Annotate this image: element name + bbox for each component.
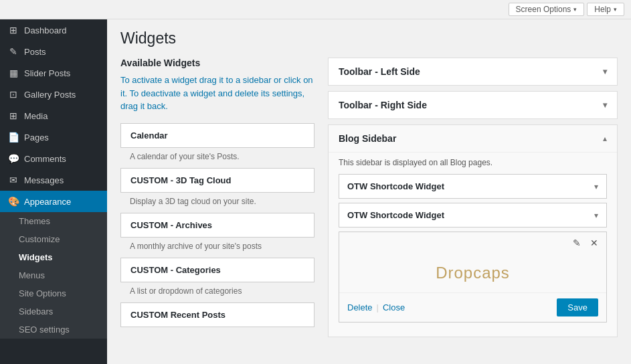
- otw-widget-1-chevron-icon: ▾: [594, 182, 598, 191]
- appearance-icon: 🎨: [8, 196, 19, 207]
- posts-icon: ✎: [8, 46, 19, 57]
- content-area: Available Widgets To activate a widget d…: [120, 58, 618, 343]
- widget-calendar-desc: A calendar of your site's Posts.: [120, 148, 314, 168]
- sidebar-item-label: Appearance: [24, 197, 71, 207]
- dropcaps-links: Delete | Close: [347, 302, 405, 312]
- instruction-text: To activate a widget drag it to a sideba…: [120, 74, 314, 113]
- right-panel: Toolbar - Left Side ▾ Toolbar - Right Si…: [314, 58, 618, 343]
- widget-item-categories[interactable]: CUSTOM - Categories A list or dropdown o…: [120, 258, 314, 302]
- dropcaps-delete-button[interactable]: Delete: [347, 302, 373, 312]
- sidebar-item-media[interactable]: ⊞ Media: [0, 105, 107, 126]
- page-title: Widgets: [120, 29, 618, 48]
- toolbar-left-chevron-icon: ▾: [603, 67, 607, 76]
- widget-calendar-title: Calendar: [130, 130, 168, 141]
- blog-sidebar-content: This sidebar is displayed on all Blog pa…: [329, 153, 617, 337]
- sidebar-item-messages[interactable]: ✉ Messages: [0, 169, 107, 191]
- sidebar-item-label: Comments: [24, 154, 66, 164]
- submenu-item-menus[interactable]: Menus: [0, 266, 107, 284]
- widget-item-calendar[interactable]: Calendar A calendar of your site's Posts…: [120, 123, 314, 168]
- dropcaps-actions: Delete | Close Save: [339, 292, 606, 322]
- dashboard-icon: ⊞: [8, 25, 19, 35]
- submenu-item-themes[interactable]: Themes: [0, 212, 107, 230]
- widget-3d-tag-desc: Display a 3D tag cloud on your site.: [120, 193, 314, 213]
- slider-posts-icon: ▦: [8, 68, 19, 78]
- widget-3d-tag-title: CUSTOM - 3D Tag Cloud: [130, 175, 231, 185]
- comments-icon: 💬: [8, 153, 19, 164]
- toolbar-left-title: Toolbar - Left Side: [339, 66, 420, 77]
- widget-recent-posts-title: CUSTOM Recent Posts: [130, 310, 226, 320]
- dropcaps-separator: |: [377, 302, 379, 312]
- toolbar-right-chevron-icon: ▾: [603, 100, 607, 110]
- pages-icon: 📄: [8, 132, 19, 143]
- sidebar-item-label: Gallery Posts: [24, 90, 76, 100]
- sidebar-item-label: Pages: [24, 132, 49, 143]
- widget-categories-title: CUSTOM - Categories: [130, 265, 221, 275]
- screen-options-button[interactable]: Screen Options ▾: [509, 3, 585, 16]
- blog-sidebar-title: Blog Sidebar: [339, 133, 396, 144]
- toolbar-right-title: Toolbar - Right Side: [339, 100, 427, 110]
- dropcaps-text: Dropcaps: [436, 264, 510, 282]
- main-content: Widgets Available Widgets To activate a …: [107, 19, 631, 364]
- dropcaps-widget: ✎ ✕ Dropcaps Delete | Close: [339, 232, 607, 323]
- dropcaps-edit-button[interactable]: ✎: [570, 236, 583, 250]
- toolbar-right-section: Toolbar - Right Side ▾: [328, 91, 618, 119]
- submenu-item-sidebars[interactable]: Sidebars: [0, 302, 107, 321]
- dropcaps-preview: Dropcaps: [339, 254, 606, 292]
- otw-widget-2-title: OTW Shortcode Widget: [347, 210, 444, 220]
- dropcaps-save-button[interactable]: Save: [557, 298, 598, 316]
- sidebar-item-comments[interactable]: 💬 Comments: [0, 148, 107, 169]
- sidebar-item-label: Posts: [24, 47, 46, 57]
- sidebar-item-label: Slider Posts: [24, 68, 70, 78]
- submenu-item-seo-settings[interactable]: SEO settings: [0, 321, 107, 339]
- available-widgets-heading: Available Widgets: [120, 58, 314, 68]
- widget-categories-desc: A list or dropdown of categories: [120, 282, 314, 302]
- blog-sidebar-desc: This sidebar is displayed on all Blog pa…: [339, 158, 607, 167]
- otw-widget-1[interactable]: OTW Shortcode Widget ▾: [339, 174, 607, 199]
- dropcaps-toolbar: ✎ ✕: [339, 232, 606, 254]
- submenu-item-site-options[interactable]: Site Options: [0, 284, 107, 302]
- sidebar-item-pages[interactable]: 📄 Pages: [0, 126, 107, 148]
- submenu-item-widgets[interactable]: Widgets: [0, 248, 107, 266]
- media-icon: ⊞: [8, 110, 19, 121]
- otw-widget-2[interactable]: OTW Shortcode Widget ▾: [339, 203, 607, 227]
- dropcaps-close-link-button[interactable]: Close: [383, 302, 405, 312]
- sidebar-item-slider-posts[interactable]: ▦ Slider Posts: [0, 62, 107, 84]
- toolbar-left-section: Toolbar - Left Side ▾: [328, 58, 618, 86]
- messages-icon: ✉: [8, 175, 19, 185]
- toolbar-left-header[interactable]: Toolbar - Left Side ▾: [329, 58, 617, 85]
- otw-widget-1-title: OTW Shortcode Widget: [347, 181, 444, 191]
- blog-sidebar-chevron-icon: ▴: [603, 134, 607, 143]
- widget-archives-title: CUSTOM - Archives: [130, 220, 212, 230]
- help-label: Help: [594, 5, 611, 14]
- widget-archives-desc: A monthly archive of your site's posts: [120, 238, 314, 258]
- sidebar-item-dashboard[interactable]: ⊞ Dashboard: [0, 19, 107, 41]
- sidebar-item-label: Dashboard: [24, 25, 67, 35]
- sidebar-item-posts[interactable]: ✎ Posts: [0, 41, 107, 62]
- screen-options-chevron-icon: ▾: [573, 6, 577, 13]
- widget-item-recent-posts[interactable]: CUSTOM Recent Posts: [120, 302, 314, 327]
- help-chevron-icon: ▾: [614, 6, 617, 13]
- submenu-item-customize[interactable]: Customize: [0, 230, 107, 248]
- blog-sidebar-header[interactable]: Blog Sidebar ▴: [329, 125, 617, 153]
- appearance-submenu: Themes Customize Widgets Menus Site Opti…: [0, 212, 107, 339]
- screen-options-label: Screen Options: [516, 5, 571, 14]
- sidebar-item-appearance[interactable]: 🎨 Appearance: [0, 191, 107, 212]
- help-button[interactable]: Help ▾: [587, 3, 624, 16]
- toolbar-right-header[interactable]: Toolbar - Right Side ▾: [329, 92, 617, 118]
- sidebar-item-label: Media: [24, 111, 48, 121]
- otw-widget-2-chevron-icon: ▾: [594, 211, 598, 220]
- sidebar-item-label: Messages: [24, 175, 64, 185]
- widget-list: Available Widgets To activate a widget d…: [120, 58, 314, 343]
- widget-item-archives[interactable]: CUSTOM - Archives A monthly archive of y…: [120, 213, 314, 258]
- sidebar: ⊞ Dashboard ✎ Posts ▦ Slider Posts ⊡ Gal…: [0, 19, 107, 364]
- dropcaps-close-button[interactable]: ✕: [588, 236, 601, 250]
- top-bar: Screen Options ▾ Help ▾: [0, 0, 631, 19]
- sidebar-item-gallery-posts[interactable]: ⊡ Gallery Posts: [0, 84, 107, 105]
- gallery-posts-icon: ⊡: [8, 89, 19, 100]
- blog-sidebar-section: Blog Sidebar ▴ This sidebar is displayed…: [328, 124, 618, 337]
- widget-item-3d-tag[interactable]: CUSTOM - 3D Tag Cloud Display a 3D tag c…: [120, 168, 314, 213]
